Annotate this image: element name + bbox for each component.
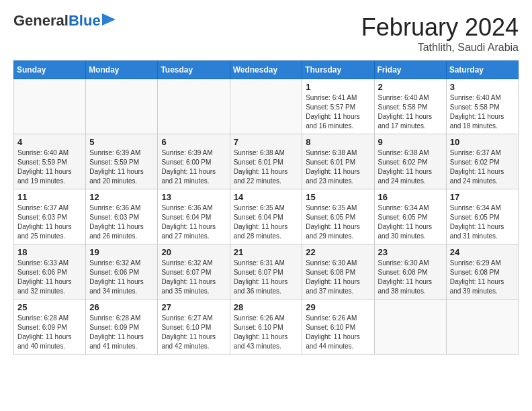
day-number: 3 <box>450 82 515 92</box>
calendar-cell: 20Sunrise: 6:32 AM Sunset: 6:07 PM Dayli… <box>158 244 230 300</box>
day-info: Sunrise: 6:37 AM Sunset: 6:03 PM Dayligh… <box>17 203 83 241</box>
calendar-cell: 2Sunrise: 6:40 AM Sunset: 5:58 PM Daylig… <box>374 79 446 134</box>
day-number: 12 <box>89 192 154 202</box>
day-info: Sunrise: 6:36 AM Sunset: 6:03 PM Dayligh… <box>89 203 154 241</box>
col-header-sunday: Sunday <box>14 61 86 79</box>
day-info: Sunrise: 6:34 AM Sunset: 6:05 PM Dayligh… <box>450 203 515 241</box>
day-number: 24 <box>450 247 515 257</box>
day-info: Sunrise: 6:32 AM Sunset: 6:06 PM Dayligh… <box>89 259 154 296</box>
day-number: 19 <box>89 247 154 257</box>
calendar-cell: 13Sunrise: 6:36 AM Sunset: 6:04 PM Dayli… <box>158 189 230 244</box>
logo: GeneralBlue <box>13 13 116 28</box>
calendar-cell <box>374 300 446 355</box>
calendar-cell: 4Sunrise: 6:40 AM Sunset: 5:59 PM Daylig… <box>14 134 86 189</box>
day-info: Sunrise: 6:36 AM Sunset: 6:04 PM Dayligh… <box>161 203 226 241</box>
logo-arrow-icon <box>102 13 116 26</box>
day-number: 9 <box>378 137 443 147</box>
calendar-cell: 3Sunrise: 6:40 AM Sunset: 5:58 PM Daylig… <box>446 79 518 134</box>
day-number: 1 <box>306 82 371 92</box>
day-info: Sunrise: 6:37 AM Sunset: 6:02 PM Dayligh… <box>450 148 515 186</box>
header: GeneralBlue February 2024 Tathlith, Saud… <box>13 13 519 54</box>
day-number: 29 <box>306 302 371 312</box>
day-number: 15 <box>306 192 371 202</box>
day-info: Sunrise: 6:30 AM Sunset: 6:08 PM Dayligh… <box>306 259 371 296</box>
day-info: Sunrise: 6:26 AM Sunset: 6:10 PM Dayligh… <box>234 314 300 351</box>
calendar-cell: 29Sunrise: 6:26 AM Sunset: 6:10 PM Dayli… <box>302 300 374 355</box>
svg-marker-0 <box>102 13 116 26</box>
col-header-friday: Friday <box>374 61 446 79</box>
day-info: Sunrise: 6:40 AM Sunset: 5:59 PM Dayligh… <box>17 148 83 186</box>
calendar-cell: 22Sunrise: 6:30 AM Sunset: 6:08 PM Dayli… <box>302 244 374 300</box>
calendar-cell <box>14 79 86 134</box>
day-number: 22 <box>306 247 371 257</box>
day-info: Sunrise: 6:39 AM Sunset: 5:59 PM Dayligh… <box>89 148 154 186</box>
day-info: Sunrise: 6:26 AM Sunset: 6:10 PM Dayligh… <box>306 314 371 351</box>
day-info: Sunrise: 6:33 AM Sunset: 6:06 PM Dayligh… <box>17 259 83 296</box>
day-number: 7 <box>234 137 300 147</box>
day-number: 6 <box>161 137 226 147</box>
calendar-cell: 19Sunrise: 6:32 AM Sunset: 6:06 PM Dayli… <box>86 244 158 300</box>
calendar-cell: 9Sunrise: 6:38 AM Sunset: 6:02 PM Daylig… <box>374 134 446 189</box>
day-info: Sunrise: 6:34 AM Sunset: 6:05 PM Dayligh… <box>378 203 443 241</box>
day-number: 5 <box>89 137 154 147</box>
col-header-tuesday: Tuesday <box>158 61 230 79</box>
title-area: February 2024 Tathlith, Saudi Arabia <box>361 13 519 54</box>
day-info: Sunrise: 6:30 AM Sunset: 6:08 PM Dayligh… <box>378 259 443 296</box>
day-number: 13 <box>161 192 226 202</box>
calendar-cell: 1Sunrise: 6:41 AM Sunset: 5:57 PM Daylig… <box>302 79 374 134</box>
day-info: Sunrise: 6:35 AM Sunset: 6:05 PM Dayligh… <box>306 203 371 241</box>
day-info: Sunrise: 6:40 AM Sunset: 5:58 PM Dayligh… <box>378 93 443 131</box>
logo-text: GeneralBlue <box>13 13 101 28</box>
calendar-cell: 5Sunrise: 6:39 AM Sunset: 5:59 PM Daylig… <box>86 134 158 189</box>
day-info: Sunrise: 6:28 AM Sunset: 6:09 PM Dayligh… <box>17 314 83 351</box>
calendar-cell: 7Sunrise: 6:38 AM Sunset: 6:01 PM Daylig… <box>230 134 302 189</box>
calendar-cell: 21Sunrise: 6:31 AM Sunset: 6:07 PM Dayli… <box>230 244 302 300</box>
calendar-cell <box>446 300 518 355</box>
calendar-cell: 26Sunrise: 6:28 AM Sunset: 6:09 PM Dayli… <box>86 300 158 355</box>
calendar-cell: 11Sunrise: 6:37 AM Sunset: 6:03 PM Dayli… <box>14 189 86 244</box>
calendar-cell: 15Sunrise: 6:35 AM Sunset: 6:05 PM Dayli… <box>302 189 374 244</box>
day-number: 26 <box>89 302 154 312</box>
calendar-week-row: 1Sunrise: 6:41 AM Sunset: 5:57 PM Daylig… <box>14 79 519 134</box>
calendar-cell: 23Sunrise: 6:30 AM Sunset: 6:08 PM Dayli… <box>374 244 446 300</box>
day-number: 25 <box>17 302 83 312</box>
col-header-saturday: Saturday <box>446 61 518 79</box>
day-number: 28 <box>234 302 300 312</box>
day-info: Sunrise: 6:38 AM Sunset: 6:01 PM Dayligh… <box>234 148 300 186</box>
calendar-cell <box>230 79 302 134</box>
calendar-cell: 6Sunrise: 6:39 AM Sunset: 6:00 PM Daylig… <box>158 134 230 189</box>
col-header-monday: Monday <box>86 61 158 79</box>
day-info: Sunrise: 6:39 AM Sunset: 6:00 PM Dayligh… <box>161 148 226 186</box>
day-number: 17 <box>450 192 515 202</box>
calendar-header-row: SundayMondayTuesdayWednesdayThursdayFrid… <box>14 61 519 79</box>
day-number: 14 <box>234 192 300 202</box>
calendar-cell: 28Sunrise: 6:26 AM Sunset: 6:10 PM Dayli… <box>230 300 302 355</box>
day-info: Sunrise: 6:35 AM Sunset: 6:04 PM Dayligh… <box>234 203 300 241</box>
calendar-cell: 16Sunrise: 6:34 AM Sunset: 6:05 PM Dayli… <box>374 189 446 244</box>
page-subtitle: Tathlith, Saudi Arabia <box>361 42 519 54</box>
calendar-table: SundayMondayTuesdayWednesdayThursdayFrid… <box>13 60 519 355</box>
day-number: 21 <box>234 247 300 257</box>
day-number: 18 <box>17 247 83 257</box>
day-number: 2 <box>378 82 443 92</box>
day-info: Sunrise: 6:29 AM Sunset: 6:08 PM Dayligh… <box>450 259 515 296</box>
page-title: February 2024 <box>361 13 519 42</box>
calendar-cell <box>158 79 230 134</box>
calendar-cell: 25Sunrise: 6:28 AM Sunset: 6:09 PM Dayli… <box>14 300 86 355</box>
calendar-cell: 12Sunrise: 6:36 AM Sunset: 6:03 PM Dayli… <box>86 189 158 244</box>
day-number: 10 <box>450 137 515 147</box>
calendar-week-row: 11Sunrise: 6:37 AM Sunset: 6:03 PM Dayli… <box>14 189 519 244</box>
calendar-cell: 27Sunrise: 6:27 AM Sunset: 6:10 PM Dayli… <box>158 300 230 355</box>
col-header-wednesday: Wednesday <box>230 61 302 79</box>
day-info: Sunrise: 6:38 AM Sunset: 6:01 PM Dayligh… <box>306 148 371 186</box>
calendar-week-row: 25Sunrise: 6:28 AM Sunset: 6:09 PM Dayli… <box>14 300 519 355</box>
col-header-thursday: Thursday <box>302 61 374 79</box>
day-number: 27 <box>161 302 226 312</box>
day-number: 11 <box>17 192 83 202</box>
day-info: Sunrise: 6:38 AM Sunset: 6:02 PM Dayligh… <box>378 148 443 186</box>
day-number: 16 <box>378 192 443 202</box>
day-number: 23 <box>378 247 443 257</box>
day-info: Sunrise: 6:41 AM Sunset: 5:57 PM Dayligh… <box>306 93 371 131</box>
calendar-cell: 8Sunrise: 6:38 AM Sunset: 6:01 PM Daylig… <box>302 134 374 189</box>
calendar-cell: 14Sunrise: 6:35 AM Sunset: 6:04 PM Dayli… <box>230 189 302 244</box>
